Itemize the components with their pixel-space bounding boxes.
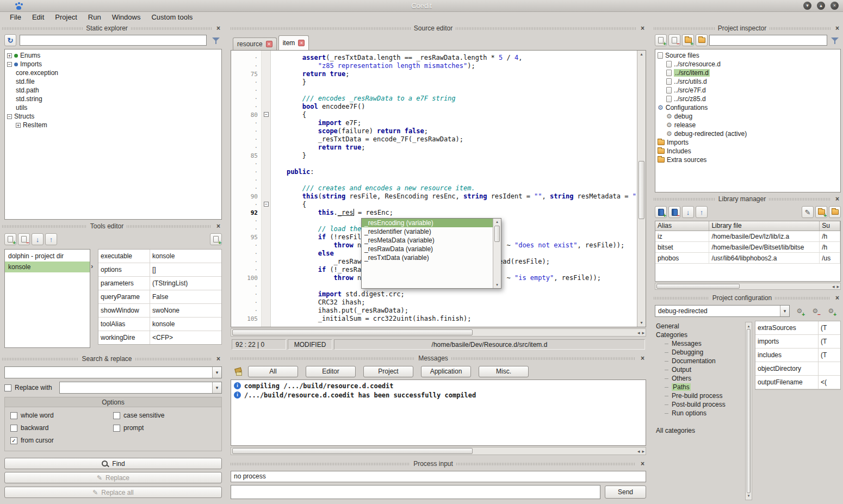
code-line[interactable] <box>271 176 637 184</box>
configuration-combobox[interactable]: debug-redirected ▾ <box>655 305 790 317</box>
move-library-down-button[interactable]: ↓ <box>682 206 694 218</box>
editor-hscrollbar[interactable]: ◂▸ <box>231 328 646 337</box>
close-panel-icon[interactable]: × <box>215 356 222 363</box>
sync-configuration-button[interactable]: ⚙+ <box>794 305 805 317</box>
code-line[interactable] <box>271 86 637 95</box>
project-tree-item[interactable]: ⚙debug <box>655 112 840 121</box>
configuration-property-grid[interactable]: extraSources(Timports(Tincludes(TobjectD… <box>755 321 841 390</box>
code-line[interactable]: bool encodee7F() <box>271 103 637 111</box>
code-line[interactable]: this._res = resEnc; <box>271 209 637 217</box>
tool-property-row[interactable]: options[] <box>98 263 221 277</box>
checkbox-box[interactable] <box>113 412 120 419</box>
completion-item[interactable]: _resMetaData (variable) <box>362 236 493 245</box>
tab-item[interactable]: item × <box>278 35 309 50</box>
checkbox-box[interactable] <box>113 425 120 432</box>
code-line[interactable]: return true; <box>271 144 637 152</box>
symbol-tree-item[interactable]: std.string <box>5 95 221 103</box>
add-source-button[interactable]: + <box>655 34 667 46</box>
tools-editor-header[interactable]: Tools editor × <box>2 222 222 231</box>
config-property-row[interactable]: imports(T <box>755 335 840 349</box>
tool-item[interactable]: dolphin - project dir <box>5 251 90 262</box>
filter-editor[interactable]: Editor <box>306 366 356 377</box>
source-editor-header[interactable]: Source editor × <box>231 24 646 33</box>
code-line[interactable]: "z85 representation length mismatches"); <box>271 62 637 70</box>
dropdown-arrow-icon[interactable]: ▾ <box>212 367 221 378</box>
scroll-down-icon[interactable]: ▾ <box>637 319 646 327</box>
code-line[interactable]: assert(_resTxtData.length == _resRawData… <box>271 54 637 62</box>
config-property-row[interactable]: includes(T <box>755 349 840 362</box>
config-category-item[interactable]: All categories <box>654 426 744 435</box>
configuration-category-tree[interactable]: GeneralCategoriesMessagesDebuggingDocume… <box>654 322 744 501</box>
code-line[interactable]: ihash.put(_resRawData); <box>271 307 637 315</box>
library-column-header[interactable]: Library file <box>709 221 820 231</box>
scroll-left-icon[interactable]: ◂ <box>832 284 835 289</box>
config-category-item[interactable]: Documentation <box>654 357 744 365</box>
project-tree-item[interactable]: ../src/utils.d <box>655 77 840 86</box>
tab-resource[interactable]: resource × <box>233 38 277 50</box>
library-from-folder-button[interactable]: + <box>815 206 827 218</box>
vscroll-thumb[interactable] <box>747 329 751 493</box>
edit-library-button[interactable]: ✎ <box>802 206 814 218</box>
dropdown-arrow-icon[interactable]: ▾ <box>212 382 221 393</box>
search-term-combobox[interactable]: ▾ <box>4 366 222 378</box>
editor-vscrollbar[interactable]: ▴ ▾ <box>637 51 646 327</box>
close-panel-icon[interactable]: × <box>834 196 841 203</box>
remove-library-button[interactable]: − <box>668 206 680 218</box>
code-line[interactable]: import std.digest.crc; <box>271 290 637 298</box>
menu-item-custom-tools[interactable]: Custom tools <box>146 12 198 23</box>
code-line[interactable]: return true; <box>271 70 637 78</box>
tool-property-row[interactable]: workingDire<CFP> <box>98 331 221 345</box>
checkbox-box[interactable] <box>10 412 17 419</box>
symbol-tree-item[interactable]: utils <box>5 103 221 112</box>
code-line[interactable] <box>271 160 637 168</box>
project-tree-item[interactable]: ⚙release <box>655 121 840 129</box>
scroll-up-icon[interactable]: ▴ <box>493 219 501 225</box>
filter-misc[interactable]: Misc. <box>479 366 529 377</box>
popup-scrollbar[interactable]: ▴ ▾ <box>493 219 501 288</box>
shade-window-icon[interactable]: ▾ <box>803 2 811 10</box>
config-category-item[interactable]: Post-build process <box>654 400 744 409</box>
vscroll-thumb[interactable] <box>639 161 644 219</box>
library-column-header[interactable]: Alias <box>655 221 709 231</box>
close-panel-icon[interactable]: × <box>834 295 841 302</box>
project-tree-item[interactable]: ⚙debug-redirected (active) <box>655 129 840 138</box>
code-line[interactable]: _resTxtData = encode_7F(_resRawData); <box>271 135 637 144</box>
static-explorer-header[interactable]: Static explorer × <box>2 24 222 33</box>
search-replace-header[interactable]: Search & replace × <box>2 354 222 363</box>
scroll-down-icon[interactable]: ▾ <box>746 492 752 500</box>
send-button[interactable]: Send <box>605 486 646 499</box>
replace-with-checkbox[interactable] <box>4 384 11 391</box>
message-row[interactable]: icompiling /.../build/resource.d.coedit <box>231 381 646 390</box>
project-tree-item[interactable]: ../src/z85.d <box>655 95 840 103</box>
move-tool-up-button[interactable]: ↑ <box>45 233 57 245</box>
close-panel-icon[interactable]: × <box>215 223 222 230</box>
fold-collapse-icon[interactable]: − <box>264 112 269 117</box>
tool-property-row[interactable]: executablekonsole <box>98 250 221 263</box>
scroll-right-icon[interactable]: ▸ <box>642 330 644 335</box>
config-category-item[interactable]: Run options <box>654 409 744 418</box>
scroll-right-icon[interactable]: ▸ <box>642 449 644 454</box>
popup-scroll-thumb[interactable] <box>494 226 500 242</box>
symbol-tree-item[interactable]: std.path <box>5 86 221 95</box>
library-hscrollbar[interactable]: ◂▸ <box>655 283 841 290</box>
project-tree-item[interactable]: ../src/resource.d <box>655 60 840 69</box>
project-tree-item[interactable]: ../src/item.d <box>655 69 840 77</box>
config-category-item[interactable]: Output <box>654 365 744 374</box>
completion-item[interactable]: _resEncoding (variable) <box>362 219 493 227</box>
code-line[interactable]: /// encodes _resRawData to a e7F string <box>271 95 637 103</box>
maximize-window-icon[interactable]: ▴ <box>817 2 825 10</box>
code-line[interactable]: { <box>271 201 637 209</box>
project-tree-item[interactable]: ⚙Configurations <box>655 103 840 112</box>
config-property-row[interactable]: outputFilename<( <box>755 376 840 389</box>
fold-collapse-icon[interactable]: − <box>264 202 269 207</box>
message-row[interactable]: i/.../build/resource.d.coedit has been s… <box>231 390 646 400</box>
code-line[interactable]: this(string resFile, ResEncoding resEnc,… <box>271 192 637 201</box>
close-panel-icon[interactable]: × <box>215 25 222 32</box>
config-category-item[interactable]: Messages <box>654 339 744 348</box>
menu-item-project[interactable]: Project <box>49 12 82 23</box>
tool-property-row[interactable]: parameters(TStringList) <box>98 277 221 290</box>
code-line[interactable]: public: <box>271 168 637 176</box>
close-window-icon[interactable]: × <box>830 2 839 10</box>
symbol-tree-item[interactable]: core.exception <box>5 69 221 77</box>
hscroll-thumb[interactable] <box>232 448 473 454</box>
